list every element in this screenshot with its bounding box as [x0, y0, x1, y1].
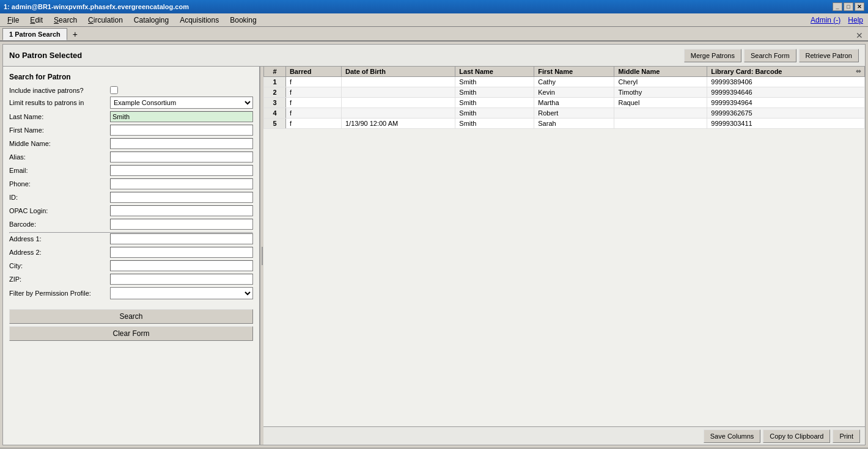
- form-row-alias: Alias:: [9, 151, 253, 162]
- cell-4-2: 1/13/90 12:00 AM: [341, 119, 455, 129]
- tab-patron-search[interactable]: 1 Patron Search: [2, 28, 67, 40]
- cell-0-6: 99999389406: [707, 77, 865, 87]
- patron-header: No Patron Selected Merge Patrons Search …: [3, 45, 865, 67]
- maximize-button[interactable]: □: [844, 2, 853, 11]
- search-button[interactable]: Search: [9, 309, 253, 324]
- col-header-library-card[interactable]: Library Card: Barcode ⇔: [707, 67, 865, 77]
- label-limit-results: Limit results to patrons in: [9, 99, 110, 106]
- input-city[interactable]: [110, 260, 253, 271]
- table-row[interactable]: 2fSmithKevinTimothy99999394646: [264, 87, 865, 98]
- input-last-name[interactable]: [110, 111, 253, 122]
- main-content: No Patron Selected Merge Patrons Search …: [2, 44, 866, 445]
- results-table: # Barred Date of Birth Last Name First N…: [263, 67, 865, 129]
- menu-item-booking[interactable]: Booking: [225, 15, 261, 26]
- cell-0-1: f: [285, 77, 341, 87]
- col-header-last-name[interactable]: Last Name: [455, 67, 534, 77]
- resize-handle[interactable]: [260, 67, 263, 445]
- col-resize-icon[interactable]: ⇔: [856, 68, 861, 75]
- input-opac-login[interactable]: [110, 205, 253, 216]
- label-city: City:: [9, 262, 110, 269]
- body-area: Search for Patron Include inactive patro…: [3, 67, 865, 445]
- col-header-first-name[interactable]: First Name: [534, 67, 614, 77]
- cell-2-1: f: [285, 98, 341, 108]
- menu-item-search[interactable]: Search: [49, 15, 82, 26]
- input-address1[interactable]: [110, 233, 253, 244]
- cell-1-2: [341, 87, 455, 98]
- results-panel: # Barred Date of Birth Last Name First N…: [263, 67, 865, 445]
- copy-to-clipboard-button[interactable]: Copy to Clipboard: [763, 429, 830, 443]
- form-row-address1: Address 1:: [9, 233, 253, 244]
- input-id[interactable]: [110, 192, 253, 203]
- input-address2[interactable]: [110, 247, 253, 258]
- label-permission-profile: Filter by Permission Profile:: [9, 290, 110, 297]
- label-barcode: Barcode:: [9, 221, 110, 228]
- merge-patrons-button[interactable]: Merge Patrons: [684, 49, 741, 62]
- menu-item-acquisitions[interactable]: Acquisitions: [175, 15, 224, 26]
- search-panel: Search for Patron Include inactive patro…: [3, 67, 260, 445]
- search-buttons: Search Clear Form: [9, 309, 253, 341]
- menu-item-file[interactable]: File: [2, 15, 24, 26]
- label-opac-login: OPAC Login:: [9, 207, 110, 214]
- cell-0-0: 1: [264, 77, 286, 87]
- table-row[interactable]: 1fSmithCathyCheryl99999389406: [264, 77, 865, 87]
- cell-0-2: [341, 77, 455, 87]
- select-limit-results[interactable]: Example Consortium: [110, 97, 253, 109]
- add-tab-button[interactable]: +: [68, 28, 82, 40]
- header-buttons: Merge Patrons Search Form Retrieve Patro…: [684, 49, 859, 62]
- results-table-container[interactable]: # Barred Date of Birth Last Name First N…: [263, 67, 865, 426]
- col-header-barred[interactable]: Barred: [285, 67, 341, 77]
- form-row-id: ID:: [9, 192, 253, 203]
- cell-4-0: 5: [264, 119, 286, 129]
- select-permission-profile[interactable]: [110, 287, 253, 299]
- table-row[interactable]: 5f1/13/90 12:00 AMSmithSarah99999303411: [264, 119, 865, 129]
- col-header-dob[interactable]: Date of Birth: [341, 67, 455, 77]
- label-address2: Address 2:: [9, 249, 110, 256]
- cell-2-4: Martha: [534, 98, 614, 108]
- input-first-name[interactable]: [110, 125, 253, 136]
- search-panel-title: Search for Patron: [9, 73, 253, 81]
- clear-form-button[interactable]: Clear Form: [9, 326, 253, 341]
- form-row-zip: ZIP:: [9, 274, 253, 285]
- help-link[interactable]: Help: [848, 16, 863, 24]
- label-alias: Alias:: [9, 153, 110, 161]
- input-middle-name[interactable]: [110, 138, 253, 149]
- admin-link[interactable]: Admin (-): [811, 16, 840, 24]
- retrieve-patron-button[interactable]: Retrieve Patron: [799, 49, 859, 62]
- tab-close-button[interactable]: ✕: [856, 31, 866, 40]
- checkbox-include-inactive[interactable]: [110, 86, 118, 94]
- label-zip: ZIP:: [9, 276, 110, 283]
- label-middle-name: Middle Name:: [9, 140, 110, 147]
- label-phone: Phone:: [9, 180, 110, 188]
- input-barcode[interactable]: [110, 219, 253, 230]
- input-zip[interactable]: [110, 274, 253, 285]
- label-id: ID:: [9, 194, 110, 201]
- form-row-opac-login: OPAC Login:: [9, 205, 253, 216]
- close-window-button[interactable]: ✕: [855, 2, 864, 11]
- search-form-button[interactable]: Search Form: [744, 49, 796, 62]
- col-header-num[interactable]: #: [264, 67, 286, 77]
- input-alias[interactable]: [110, 151, 253, 162]
- menu-item-circulation[interactable]: Circulation: [83, 15, 128, 26]
- label-last-name: Last Name:: [9, 113, 110, 120]
- menu-item-edit[interactable]: Edit: [25, 15, 48, 26]
- print-button[interactable]: Print: [833, 429, 860, 443]
- cell-0-3: Smith: [455, 77, 534, 87]
- cell-4-4: Sarah: [534, 119, 614, 129]
- title-bar-controls: _ □ ✕: [833, 2, 864, 11]
- save-columns-button[interactable]: Save Columns: [704, 429, 761, 443]
- col-header-middle-name[interactable]: Middle Name: [614, 67, 707, 77]
- cell-3-3: Smith: [455, 108, 534, 119]
- cell-2-0: 3: [264, 98, 286, 108]
- table-row[interactable]: 4fSmithRobert99999362675: [264, 108, 865, 119]
- minimize-button[interactable]: _: [833, 2, 842, 11]
- cell-3-5: [614, 108, 707, 119]
- cell-4-3: Smith: [455, 119, 534, 129]
- input-phone[interactable]: [110, 178, 253, 189]
- input-email[interactable]: [110, 165, 253, 176]
- menu-item-cataloging[interactable]: Cataloging: [129, 15, 174, 26]
- cell-1-5: Timothy: [614, 87, 707, 98]
- table-row[interactable]: 3fSmithMarthaRaquel99999394964: [264, 98, 865, 108]
- cell-3-0: 4: [264, 108, 286, 119]
- results-tbody: 1fSmithCathyCheryl999993894062fSmithKevi…: [264, 77, 865, 129]
- cell-1-1: f: [285, 87, 341, 98]
